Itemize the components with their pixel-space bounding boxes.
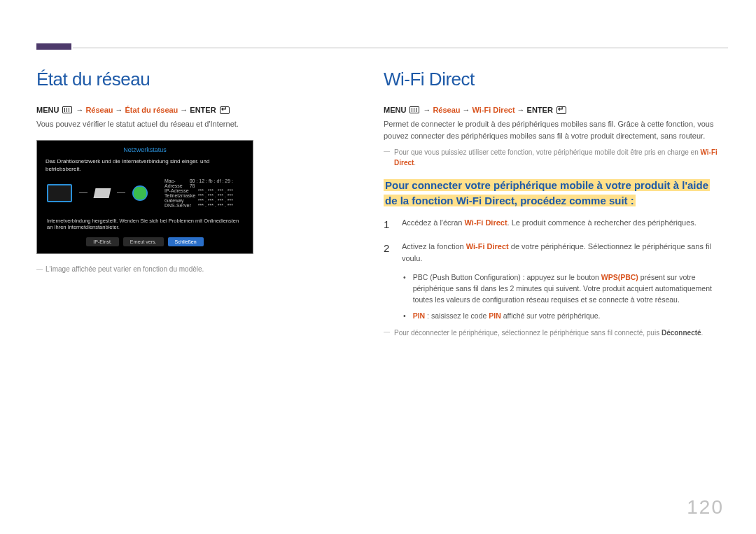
right-desc: Permet de connecter le produit à des pér… — [384, 118, 728, 141]
ss-title: Netzwerkstatus — [37, 146, 253, 153]
page-number: 120 — [687, 496, 724, 519]
step2-hl: Wi-Fi Direct — [466, 242, 509, 251]
ss-net-table: Mac-Adresse00 : 12 : fb : df : 29 : 78 I… — [155, 178, 243, 208]
b1-hl: WPS(PBC) — [601, 273, 638, 281]
ss-message: Internetverbindung hergestellt. Wenden S… — [37, 213, 253, 237]
right-title: Wi-Fi Direct — [384, 69, 728, 90]
step-1-text: Accédez à l'écran Wi-Fi Direct. Le produ… — [402, 217, 696, 233]
right-column: Wi-Fi Direct MENU → Réseau → Wi-Fi Direc… — [384, 69, 728, 338]
ss-status-line: Das Drahtlosnetzwerk und die Internetver… — [37, 157, 253, 173]
arrow-icon: → — [423, 106, 430, 114]
b2-hl2: PIN — [489, 311, 501, 320]
menu-grid-icon — [62, 106, 72, 113]
menu-label: MENU — [384, 106, 406, 114]
top-rule — [73, 48, 728, 48]
ss-button-row: IP-Einst. Erneut vers. Schließen — [37, 237, 253, 246]
ss-ip-settings-button[interactable]: IP-Einst. — [86, 237, 118, 246]
right-subhead: Pour connecter votre périphérique mobile… — [384, 178, 728, 209]
sub-bullet-pbc: • PBC (Push Button Configuration) : appu… — [403, 272, 728, 305]
ss-ip-value: *** . *** . *** . *** — [198, 188, 233, 193]
b2-pre: : saisissez le code — [425, 311, 489, 320]
bullet-pbc-text: PBC (Push Button Configuration) : appuye… — [413, 272, 728, 305]
subhead-line2: de la fonction Wi-Fi Direct, procédez co… — [384, 195, 636, 206]
router-icon — [94, 188, 111, 198]
ss-retry-button[interactable]: Erneut vers. — [123, 237, 164, 246]
note-pre: Pour que vous puissiez utiliser cette fo… — [394, 148, 700, 156]
ss-dns-value: *** . *** . *** . *** — [198, 203, 233, 208]
arrow-icon: → — [463, 106, 470, 114]
link-line-icon — [117, 192, 125, 193]
menu-item-etat: État du réseau — [125, 106, 178, 114]
arrow-icon: → — [115, 106, 123, 114]
note-text: Pour que vous puissiez utiliser cette fo… — [394, 147, 728, 168]
menu-item-reseau: Réseau — [433, 106, 460, 114]
arrow-icon: → — [517, 106, 525, 114]
step-number: 2 — [384, 241, 393, 264]
menu-grid-icon — [410, 106, 419, 113]
ss-icon-row: Mac-Adresse00 : 12 : fb : df : 29 : 78 I… — [37, 173, 253, 213]
arrow-icon: → — [180, 106, 188, 114]
section-marker — [36, 43, 71, 50]
final-pre: Pour déconnecter le périphérique, sélect… — [394, 329, 662, 337]
enter-icon — [556, 106, 566, 114]
ss-ip-label: IP-Adresse — [164, 188, 189, 193]
step-2: 2 Activez la fonction Wi-Fi Direct de vo… — [384, 241, 728, 264]
step1-pre: Accédez à l'écran — [402, 218, 465, 227]
b2-post: affiché sur votre périphérique. — [501, 311, 601, 320]
step-1: 1 Accédez à l'écran Wi-Fi Direct. Le pro… — [384, 217, 728, 233]
ss-mask-value: *** . *** . *** . *** — [198, 193, 233, 198]
step2-pre: Activez la fonction — [402, 242, 466, 251]
menu-label: MENU — [36, 106, 59, 114]
link-line-icon — [79, 192, 88, 193]
globe-icon — [132, 185, 148, 201]
final-post: . — [701, 329, 704, 337]
final-hl: Déconnecté — [662, 329, 701, 337]
left-footnote: L'image affichée peut varier en fonction… — [36, 265, 358, 273]
ss-gw-value: *** . *** . *** . *** — [198, 198, 233, 203]
menu-item-wifidirect: Wi-Fi Direct — [472, 106, 515, 114]
enter-icon — [220, 106, 230, 114]
enter-label: ENTER — [527, 106, 553, 114]
step1-hl: Wi-Fi Direct — [465, 218, 507, 227]
b1-pre: PBC (Push Button Configuration) : appuye… — [413, 273, 601, 281]
arrow-icon: → — [76, 106, 83, 114]
left-title: État du réseau — [36, 69, 358, 90]
subhead-line1: Pour connecter votre périphérique mobile… — [384, 179, 710, 191]
step-number: 1 — [384, 217, 393, 233]
ss-dns-label: DNS-Server — [164, 203, 191, 208]
tv-icon — [47, 184, 72, 202]
ss-mac-label: Mac-Adresse — [164, 178, 190, 188]
b2-hl: PIN — [413, 311, 426, 320]
final-text: Pour déconnecter le périphérique, sélect… — [394, 328, 703, 338]
ss-mask-label: Teilnetzmaske — [164, 193, 195, 198]
enter-label: ENTER — [190, 106, 216, 114]
step1-post: . Le produit commence à rechercher des p… — [507, 218, 696, 227]
right-final-note: ― Pour déconnecter le périphérique, séle… — [384, 328, 728, 338]
bullet-pin-text: PIN : saisissez le code PIN affiché sur … — [413, 311, 601, 322]
bullet-dot-icon: • — [403, 272, 406, 305]
right-note: ― Pour que vous puissiez utiliser cette … — [384, 147, 728, 168]
dash-icon: ― — [384, 147, 390, 168]
left-desc: Vous pouvez vérifier le statut actuel du… — [36, 118, 358, 130]
menu-item-reseau: Réseau — [85, 106, 113, 114]
ss-gw-label: Gateway — [164, 198, 184, 203]
left-column: État du réseau MENU → Réseau → État du r… — [36, 69, 358, 273]
network-status-screenshot: Netzwerkstatus Das Drahtlosnetzwerk und … — [36, 140, 253, 254]
dash-icon: ― — [384, 328, 390, 338]
right-menu-path: MENU → Réseau → Wi-Fi Direct → ENTER — [384, 106, 728, 114]
ss-mac-value: 00 : 12 : fb : df : 29 : 78 — [190, 178, 233, 188]
sub-bullet-pin: • PIN : saisissez le code PIN affiché su… — [403, 311, 728, 322]
note-post: . — [414, 159, 416, 167]
left-menu-path: MENU → Réseau → État du réseau → ENTER — [36, 106, 358, 114]
step-2-text: Activez la fonction Wi-Fi Direct de votr… — [402, 241, 728, 264]
ss-close-button[interactable]: Schließen — [168, 237, 204, 246]
bullet-dot-icon: • — [403, 311, 406, 322]
